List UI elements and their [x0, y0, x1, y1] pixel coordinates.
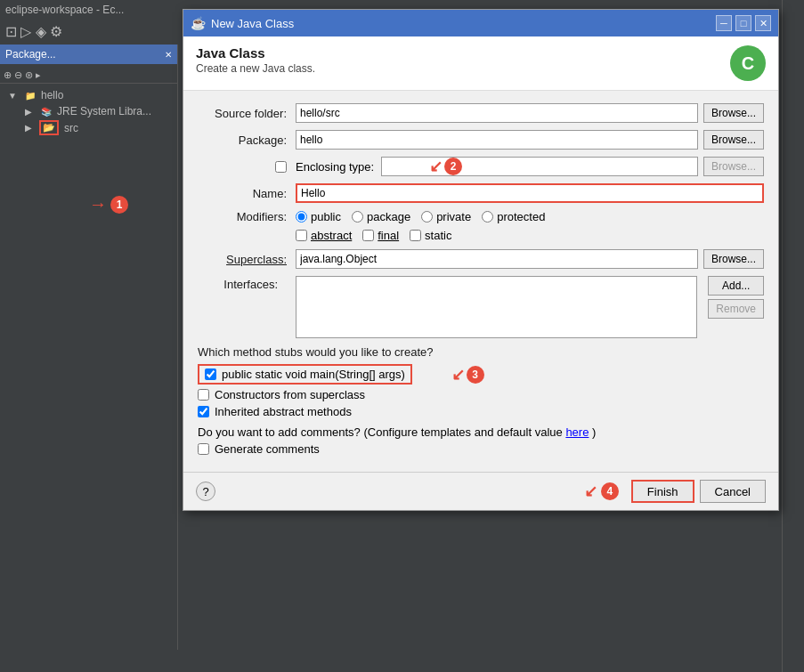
tree-toolbar-icons: ⊕ ⊖ ⊛ ▸ [4, 69, 41, 81]
package-tree: ⊕ ⊖ ⊛ ▸ ▼ 📁 hello ▶ 📚 JRE System Libra..… [0, 64, 177, 140]
modifier-private-radio[interactable] [421, 211, 433, 223]
enclosing-checkbox[interactable] [275, 161, 287, 173]
expand-icon: ▼ [5, 88, 20, 102]
abstract-label: abstract [311, 229, 352, 242]
static-checkbox[interactable] [410, 230, 421, 241]
dialog-title-icon: ☕ [191, 16, 206, 30]
modifiers-row: Modifiers: public package private protec… [198, 210, 764, 223]
method-stubs-label: Which method stubs would you like to cre… [198, 345, 764, 359]
inherited-checkbox[interactable] [198, 406, 209, 417]
constructors-label: Constructors from superclass [215, 388, 365, 401]
here-link[interactable]: here [565, 425, 589, 439]
inherited-option: Inherited abstract methods [198, 405, 764, 418]
package-header: Package... ✕ [0, 45, 177, 64]
superclass-row: Superclass: Browse... [198, 249, 764, 269]
add-interface-button[interactable]: Add... [708, 276, 764, 296]
remove-interface-button[interactable]: Remove [708, 299, 764, 319]
modifier-package[interactable]: package [352, 210, 410, 223]
source-folder-browse-button[interactable]: Browse... [703, 103, 764, 123]
generate-comments-label: Generate comments [215, 442, 320, 456]
toolbar-icons: ⊡ ▷ ◈ ⚙ [5, 23, 62, 40]
tree-toolbar: ⊕ ⊖ ⊛ ▸ [0, 68, 177, 84]
modifier-public-radio[interactable] [296, 211, 307, 223]
close-button[interactable]: ✕ [755, 15, 771, 31]
static-label: static [425, 229, 451, 242]
final-label: final [378, 229, 399, 242]
source-folder-label: Source folder: [198, 107, 296, 120]
interface-buttons: Add... Remove [702, 276, 764, 319]
modifier-checkboxes: abstract final static [296, 229, 764, 242]
package-input[interactable] [296, 130, 698, 150]
superclass-browse-button[interactable]: Browse... [703, 249, 764, 269]
minimize-button[interactable]: ─ [716, 15, 732, 31]
enclosing-type-row: Enclosing type: Browse... [198, 157, 764, 176]
inherited-label: Inherited abstract methods [215, 405, 352, 418]
dialog-body: Source folder: Browse... Package: Browse… [183, 91, 778, 472]
enclosing-browse-button[interactable]: Browse... [703, 157, 764, 176]
annotation-3: ↙ 3 [451, 365, 484, 385]
abstract-checkbox[interactable] [296, 230, 307, 241]
cancel-button[interactable]: Cancel [700, 480, 766, 503]
java-logo: C [730, 45, 766, 81]
superclass-input[interactable] [296, 249, 698, 269]
jre-expand-icon: ▶ [21, 104, 36, 118]
help-button[interactable]: ? [196, 482, 215, 501]
name-label: Name: [198, 187, 296, 200]
package-label: Package: [198, 134, 296, 147]
final-checkbox-label[interactable]: final [362, 229, 399, 242]
titlebar-controls: ─ □ ✕ [716, 15, 771, 31]
generate-comments-checkbox[interactable] [198, 443, 209, 455]
superclass-label: Superclass: [198, 253, 296, 266]
dialog-header-text: Java Class Create a new Java class. [196, 45, 315, 75]
finish-button[interactable]: Finish [631, 480, 694, 503]
source-folder-input[interactable] [296, 103, 698, 123]
modifier-public[interactable]: public [296, 210, 341, 223]
annotation-4: ↙ 4 [584, 480, 619, 503]
dialog-subtext: Create a new Java class. [196, 62, 315, 75]
modifier-protected[interactable]: protected [482, 210, 545, 223]
package-close[interactable]: ✕ [165, 50, 172, 60]
jre-label: JRE System Libra... [57, 105, 151, 117]
modifiers-radio-group: public package private protected [296, 210, 545, 223]
static-checkbox-label[interactable]: static [410, 229, 451, 242]
abstract-checkbox-label[interactable]: abstract [296, 229, 352, 242]
modifiers-label: Modifiers: [198, 210, 296, 223]
src-folder-icon: 📂 [39, 120, 59, 135]
dialog-titlebar: ☕ New Java Class ─ □ ✕ [183, 10, 778, 36]
modifier-protected-radio[interactable] [482, 211, 493, 223]
interfaces-label-container: Interfaces: [198, 276, 296, 291]
constructors-option: Constructors from superclass [198, 388, 764, 401]
maximize-button[interactable]: □ [735, 15, 751, 31]
eclipse-toolbar: ⊡ ▷ ◈ ⚙ [0, 20, 178, 45]
source-folder-row: Source folder: Browse... [198, 103, 764, 123]
package-row: Package: Browse... [198, 130, 764, 150]
tree-item-hello[interactable]: ▼ 📁 hello [0, 87, 177, 103]
main-method-checkbox[interactable] [205, 368, 216, 380]
interfaces-listbox[interactable] [296, 276, 697, 338]
eclipse-package-panel: Package... ✕ ⊕ ⊖ ⊛ ▸ ▼ 📁 hello ▶ 📚 JRE S… [0, 45, 178, 650]
package-browse-button[interactable]: Browse... [703, 130, 764, 150]
name-row: Name: [198, 183, 764, 203]
comments-question: Do you want to add comments? (Configure … [198, 425, 764, 439]
modifier-package-radio[interactable] [352, 211, 363, 223]
tree-item-src[interactable]: ▶ 📂 src [0, 119, 177, 136]
dialog-heading: Java Class [196, 45, 315, 61]
project-icon: 📁 [23, 88, 37, 102]
annotation-3-container: ↙ 3 [451, 365, 484, 385]
modifier-private[interactable]: private [421, 210, 471, 223]
eclipse-title: eclipse-workspace - Ec... [5, 4, 124, 16]
package-title: Package... [5, 48, 56, 61]
new-java-class-dialog: ☕ New Java Class ─ □ ✕ Java Class Create… [183, 9, 779, 511]
method-stubs-section: Which method stubs would you like to cre… [198, 345, 764, 418]
project-label: hello [41, 89, 63, 101]
constructors-checkbox[interactable] [198, 389, 209, 401]
name-input[interactable] [296, 183, 764, 203]
main-method-label: public static void main(String[] args) [222, 368, 405, 381]
tree-item-jre[interactable]: ▶ 📚 JRE System Libra... [0, 103, 177, 119]
footer-buttons: ↙ 4 Finish Cancel [584, 480, 766, 503]
interfaces-area: Interfaces: Add... Remove [198, 276, 764, 338]
enclosing-input[interactable] [381, 157, 698, 176]
final-checkbox[interactable] [362, 230, 374, 241]
comments-section: Do you want to add comments? (Configure … [198, 425, 764, 456]
dialog-title: New Java Class [211, 17, 294, 30]
